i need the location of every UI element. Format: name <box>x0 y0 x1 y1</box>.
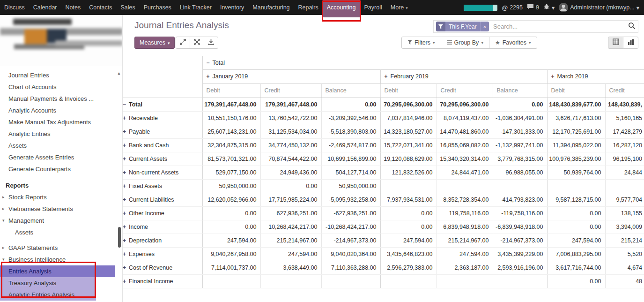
measures-button[interactable]: Measures▾ <box>134 37 175 49</box>
facet-remove-icon[interactable]: × <box>480 22 489 31</box>
activity-counter[interactable]: @ 2295 <box>502 4 523 11</box>
topbar-menu-manufacturing[interactable]: Manufacturing <box>248 0 294 15</box>
pivot-row-label-financial-income[interactable]: +Financial Income <box>123 274 202 288</box>
chart-view-button[interactable] <box>623 37 638 49</box>
expand-all-button[interactable] <box>176 37 190 49</box>
chevron-right-icon[interactable]: ▸ <box>2 242 5 254</box>
expand-icon[interactable]: + <box>123 251 126 257</box>
topbar-menu-payroll[interactable]: Payroll <box>360 0 386 15</box>
expand-icon[interactable]: + <box>207 73 210 80</box>
topbar-menu-link-tracker[interactable]: Link Tracker <box>176 0 216 15</box>
pivot-col-group-january-2019[interactable]: +January 2019 <box>202 69 380 83</box>
group-by-button[interactable]: Group By ▾ <box>441 37 489 49</box>
expand-icon[interactable]: + <box>123 224 126 230</box>
sidebar-item-journal-entries[interactable]: Journal Entries <box>0 69 122 81</box>
pivot-row-label-current-assets[interactable]: +Current Assets <box>123 152 202 166</box>
sidebar-scrollbar-thumb[interactable] <box>118 227 121 248</box>
pivot-row-label-fixed-assets[interactable]: +Fixed Assets <box>123 179 202 193</box>
pivot-col-total-header[interactable]: −Total <box>202 56 644 69</box>
pivot-measure-credit[interactable]: Credit <box>260 83 321 98</box>
pivot-cell: 0.00 <box>202 220 260 234</box>
pivot-row-label-current-liabilities[interactable]: +Current Liabilities <box>123 193 202 206</box>
sidebar-item-chart-of-accounts[interactable]: Chart of Accounts <box>0 81 122 93</box>
flip-axis-button[interactable] <box>190 37 204 49</box>
expand-icon[interactable]: + <box>123 210 126 217</box>
expand-icon[interactable]: + <box>123 237 126 244</box>
expand-icon[interactable]: + <box>123 278 126 285</box>
pivot-row-label-income[interactable]: +Income <box>123 220 202 234</box>
sidebar-item-generate-counterparts[interactable]: Generate Counterparts <box>0 163 122 175</box>
expand-icon[interactable]: + <box>123 264 126 271</box>
sidebar-item-management[interactable]: ▾Management <box>0 215 122 226</box>
favorites-button[interactable]: ★ Favorites ▾ <box>489 37 537 49</box>
pivot-row-label-receivable[interactable]: +Receivable <box>123 111 202 125</box>
topbar-menu-repairs[interactable]: Repairs <box>294 0 323 15</box>
pivot-measure-debit[interactable]: Debit <box>380 83 437 98</box>
pivot-measure-credit[interactable]: Credit <box>437 83 493 98</box>
sidebar-item-analytic-entries-analysis[interactable]: Analytic Entries Analysis <box>0 289 96 301</box>
topbar-menu-inventory[interactable]: Inventory <box>216 0 248 15</box>
pivot-col-group-march-2019[interactable]: +March 2019 <box>547 69 644 83</box>
filters-button[interactable]: Filters ▾ <box>401 37 441 49</box>
sidebar-item-assets[interactable]: Assets <box>0 140 122 151</box>
topbar-menu-sales[interactable]: Sales <box>117 0 140 15</box>
pivot-measure-balance[interactable]: Balance <box>321 83 380 98</box>
expand-icon[interactable]: + <box>123 169 126 176</box>
debug-menu[interactable]: ▾ <box>543 4 555 11</box>
search-input[interactable] <box>492 23 626 30</box>
pivot-view-button[interactable] <box>608 37 623 49</box>
sidebar-item-treasury-analysis[interactable]: Treasury Analysis <box>0 277 96 289</box>
sidebar-item-stock-reports[interactable]: ▸Stock Reports <box>0 191 122 203</box>
sidebar-item-vietnamese-statements[interactable]: ▸Vietnamese Statements <box>0 203 122 215</box>
pivot-row-label-payable[interactable]: +Payable <box>123 125 202 138</box>
expand-icon[interactable]: + <box>123 128 126 135</box>
topbar-menu-notes[interactable]: Notes <box>61 0 85 15</box>
expand-icon[interactable]: + <box>123 115 126 121</box>
topbar-menu-purchases[interactable]: Purchases <box>140 0 176 15</box>
topbar-menu-accounting[interactable]: Accounting <box>323 0 360 15</box>
sidebar-item-gaap-statements[interactable]: ▸GAAP Statements <box>0 242 122 254</box>
expand-icon[interactable]: + <box>123 156 126 162</box>
pivot-row-label-bank-and-cash[interactable]: +Bank and Cash <box>123 138 202 152</box>
pivot-row-label-depreciation[interactable]: +Depreciation <box>123 234 202 247</box>
pivot-measure-credit[interactable]: Credit <box>605 83 644 98</box>
expand-icon[interactable]: + <box>123 196 126 203</box>
pivot-measure-debit[interactable]: Debit <box>202 83 260 98</box>
chevron-down-icon[interactable]: ▾ <box>2 215 5 226</box>
topbar-menu-discuss[interactable]: Discuss <box>0 0 29 15</box>
sidebar-item-analytic-accounts[interactable]: Analytic Accounts <box>0 105 122 116</box>
chevron-right-icon[interactable]: ▸ <box>2 191 5 203</box>
pivot-row-label-total[interactable]: −Total <box>123 98 202 111</box>
pivot-col-group-february-2019[interactable]: +February 2019 <box>380 69 547 83</box>
sidebar-item-assets[interactable]: Assets <box>0 226 122 238</box>
topbar-menu-calendar[interactable]: Calendar <box>29 0 61 15</box>
collapse-icon[interactable]: − <box>207 60 210 66</box>
pivot-row-label-other-income[interactable]: +Other Income <box>123 206 202 220</box>
sidebar-item-business-intelligence[interactable]: ▾Business Intelligence <box>0 254 122 265</box>
topbar-menu-more[interactable]: More▾ <box>386 0 412 15</box>
chevron-down-icon[interactable]: ▾ <box>2 254 5 265</box>
sidebar-item-analytic-entries[interactable]: Analytic Entries <box>0 128 122 140</box>
messages-counter[interactable]: 9 <box>527 4 539 11</box>
topbar-menu-contacts[interactable]: Contacts <box>85 0 116 15</box>
table-row: +Payable25,607,143,231.0031,125,534,034.… <box>123 125 644 138</box>
sidebar-item-manual-payments-invoices[interactable]: Manual Payments & Invoices ... <box>0 93 122 105</box>
sidebar-item-generate-assets-entries[interactable]: Generate Assets Entries <box>0 151 122 163</box>
pivot-row-label-cost-of-revenue[interactable]: +Cost of Revenue <box>123 261 202 274</box>
search-icon[interactable] <box>628 22 636 31</box>
chevron-right-icon[interactable]: ▸ <box>2 203 5 215</box>
pivot-row-label-non-current-assets[interactable]: +Non-current Assets <box>123 166 202 179</box>
pivot-measure-debit[interactable]: Debit <box>547 83 605 98</box>
expand-icon[interactable]: + <box>123 183 126 189</box>
download-button[interactable] <box>204 37 218 49</box>
expand-icon[interactable]: + <box>123 142 126 149</box>
expand-icon[interactable]: + <box>551 73 555 80</box>
scroll-up-icon[interactable]: ▲ <box>117 71 121 76</box>
user-menu[interactable]: Administrator (mknwyp... ▾ <box>559 3 639 12</box>
sidebar-item-entries-analysis[interactable]: Entries Analysis <box>0 265 115 277</box>
collapse-icon[interactable]: − <box>123 101 126 108</box>
pivot-row-label-expenses[interactable]: +Expenses <box>123 247 202 261</box>
sidebar-item-make-manual-tax-adjustments[interactable]: Make Manual Tax Adjustments <box>0 116 122 128</box>
expand-icon[interactable]: + <box>385 73 388 80</box>
pivot-measure-balance[interactable]: Balance <box>493 83 547 98</box>
